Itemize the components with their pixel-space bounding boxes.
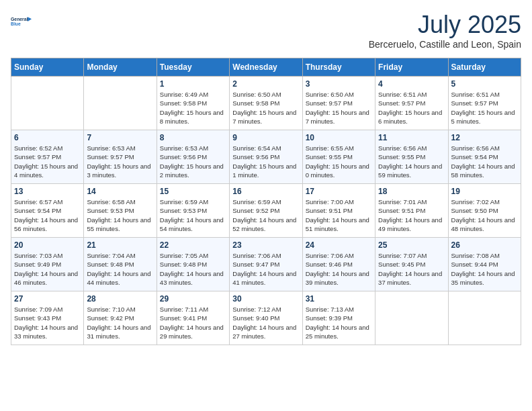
day-number: 14 <box>87 187 153 196</box>
day-cell: 22Sunrise: 7:05 AM Sunset: 9:48 PM Dayli… <box>157 238 229 291</box>
day-number: 16 <box>232 187 299 196</box>
day-info: Sunrise: 6:57 AM Sunset: 9:54 PM Dayligh… <box>14 197 81 233</box>
week-row-5: 27Sunrise: 7:09 AM Sunset: 9:43 PM Dayli… <box>11 291 521 345</box>
day-number: 1 <box>160 79 226 89</box>
day-number: 13 <box>14 187 81 196</box>
day-cell: 26Sunrise: 7:08 AM Sunset: 9:44 PM Dayli… <box>448 238 521 291</box>
day-info: Sunrise: 6:50 AM Sunset: 9:58 PM Dayligh… <box>232 90 299 126</box>
day-cell: 12Sunrise: 6:56 AM Sunset: 9:54 PM Dayli… <box>448 130 521 184</box>
day-info: Sunrise: 6:56 AM Sunset: 9:54 PM Dayligh… <box>451 144 518 179</box>
logo: GeneralBlue <box>11 11 32 32</box>
day-number: 25 <box>378 240 445 250</box>
col-header-tuesday: Tuesday <box>157 58 229 77</box>
day-number: 17 <box>306 187 372 196</box>
day-cell: 31Sunrise: 7:13 AM Sunset: 9:39 PM Dayli… <box>302 291 375 345</box>
day-number: 30 <box>232 294 299 304</box>
day-cell: 7Sunrise: 6:53 AM Sunset: 9:57 PM Daylig… <box>84 130 157 184</box>
day-cell: 19Sunrise: 7:02 AM Sunset: 9:50 PM Dayli… <box>448 184 521 238</box>
day-number: 3 <box>306 79 372 89</box>
day-cell: 14Sunrise: 6:58 AM Sunset: 9:53 PM Dayli… <box>84 184 157 238</box>
logo-icon: GeneralBlue <box>11 11 32 32</box>
day-info: Sunrise: 7:13 AM Sunset: 9:39 PM Dayligh… <box>306 305 372 340</box>
day-cell: 3Sunrise: 6:50 AM Sunset: 9:57 PM Daylig… <box>302 77 375 130</box>
day-cell: 13Sunrise: 6:57 AM Sunset: 9:54 PM Dayli… <box>11 184 84 238</box>
day-cell <box>375 291 448 345</box>
day-info: Sunrise: 7:02 AM Sunset: 9:50 PM Dayligh… <box>451 197 518 233</box>
svg-marker-2 <box>28 17 32 21</box>
day-info: Sunrise: 6:54 AM Sunset: 9:56 PM Dayligh… <box>232 144 299 179</box>
day-cell: 15Sunrise: 6:59 AM Sunset: 9:53 PM Dayli… <box>157 184 229 238</box>
title-section: July 2025 Berceruelo, Castille and Leon,… <box>369 11 521 50</box>
col-header-thursday: Thursday <box>302 58 375 77</box>
day-number: 6 <box>14 133 81 142</box>
day-info: Sunrise: 7:06 AM Sunset: 9:47 PM Dayligh… <box>232 251 299 287</box>
day-info: Sunrise: 7:12 AM Sunset: 9:40 PM Dayligh… <box>232 305 299 340</box>
day-cell: 5Sunrise: 6:51 AM Sunset: 9:57 PM Daylig… <box>448 77 521 130</box>
week-row-4: 20Sunrise: 7:03 AM Sunset: 9:49 PM Dayli… <box>11 238 521 291</box>
day-cell: 10Sunrise: 6:55 AM Sunset: 9:55 PM Dayli… <box>302 130 375 184</box>
page-header: GeneralBlue July 2025 Berceruelo, Castil… <box>11 11 521 50</box>
day-cell: 25Sunrise: 7:07 AM Sunset: 9:45 PM Dayli… <box>375 238 448 291</box>
day-info: Sunrise: 7:07 AM Sunset: 9:45 PM Dayligh… <box>378 251 445 287</box>
day-number: 31 <box>306 294 372 304</box>
calendar-table: SundayMondayTuesdayWednesdayThursdayFrid… <box>11 58 521 345</box>
day-cell: 6Sunrise: 6:52 AM Sunset: 9:57 PM Daylig… <box>11 130 84 184</box>
day-info: Sunrise: 7:01 AM Sunset: 9:51 PM Dayligh… <box>378 197 445 233</box>
week-row-3: 13Sunrise: 6:57 AM Sunset: 9:54 PM Dayli… <box>11 184 521 238</box>
day-cell <box>84 77 157 130</box>
day-cell: 24Sunrise: 7:06 AM Sunset: 9:46 PM Dayli… <box>302 238 375 291</box>
day-number: 4 <box>378 79 445 89</box>
day-number: 12 <box>451 133 518 142</box>
col-header-sunday: Sunday <box>11 58 84 77</box>
week-row-2: 6Sunrise: 6:52 AM Sunset: 9:57 PM Daylig… <box>11 130 521 184</box>
day-number: 28 <box>87 294 153 304</box>
svg-text:Blue: Blue <box>11 21 21 26</box>
day-number: 26 <box>451 240 518 250</box>
day-info: Sunrise: 6:53 AM Sunset: 9:56 PM Dayligh… <box>160 144 226 179</box>
day-info: Sunrise: 7:03 AM Sunset: 9:49 PM Dayligh… <box>14 251 81 287</box>
day-cell: 20Sunrise: 7:03 AM Sunset: 9:49 PM Dayli… <box>11 238 84 291</box>
day-info: Sunrise: 7:09 AM Sunset: 9:43 PM Dayligh… <box>14 305 81 340</box>
day-cell: 29Sunrise: 7:11 AM Sunset: 9:41 PM Dayli… <box>157 291 229 345</box>
day-info: Sunrise: 6:56 AM Sunset: 9:55 PM Dayligh… <box>378 144 445 179</box>
day-cell: 11Sunrise: 6:56 AM Sunset: 9:55 PM Dayli… <box>375 130 448 184</box>
day-number: 2 <box>232 79 299 89</box>
day-number: 8 <box>160 133 226 142</box>
day-info: Sunrise: 7:05 AM Sunset: 9:48 PM Dayligh… <box>160 251 226 287</box>
day-cell: 27Sunrise: 7:09 AM Sunset: 9:43 PM Dayli… <box>11 291 84 345</box>
day-cell: 17Sunrise: 7:00 AM Sunset: 9:51 PM Dayli… <box>302 184 375 238</box>
day-number: 20 <box>14 240 81 250</box>
day-info: Sunrise: 6:49 AM Sunset: 9:58 PM Dayligh… <box>160 90 226 126</box>
col-header-friday: Friday <box>375 58 448 77</box>
day-info: Sunrise: 6:51 AM Sunset: 9:57 PM Dayligh… <box>378 90 445 126</box>
day-cell: 28Sunrise: 7:10 AM Sunset: 9:42 PM Dayli… <box>84 291 157 345</box>
day-number: 5 <box>451 79 518 89</box>
day-number: 15 <box>160 187 226 196</box>
day-cell: 23Sunrise: 7:06 AM Sunset: 9:47 PM Dayli… <box>230 238 302 291</box>
day-number: 7 <box>87 133 153 142</box>
day-cell: 18Sunrise: 7:01 AM Sunset: 9:51 PM Dayli… <box>375 184 448 238</box>
header-row: SundayMondayTuesdayWednesdayThursdayFrid… <box>11 58 521 77</box>
day-cell: 1Sunrise: 6:49 AM Sunset: 9:58 PM Daylig… <box>157 77 229 130</box>
day-info: Sunrise: 6:59 AM Sunset: 9:52 PM Dayligh… <box>232 197 299 233</box>
day-cell: 21Sunrise: 7:04 AM Sunset: 9:48 PM Dayli… <box>84 238 157 291</box>
day-info: Sunrise: 6:59 AM Sunset: 9:53 PM Dayligh… <box>160 197 226 233</box>
day-cell: 30Sunrise: 7:12 AM Sunset: 9:40 PM Dayli… <box>230 291 302 345</box>
day-cell: 4Sunrise: 6:51 AM Sunset: 9:57 PM Daylig… <box>375 77 448 130</box>
day-info: Sunrise: 6:52 AM Sunset: 9:57 PM Dayligh… <box>14 144 81 179</box>
day-info: Sunrise: 6:51 AM Sunset: 9:57 PM Dayligh… <box>451 90 518 126</box>
day-number: 22 <box>160 240 226 250</box>
day-info: Sunrise: 7:08 AM Sunset: 9:44 PM Dayligh… <box>451 251 518 287</box>
day-number: 10 <box>306 133 372 142</box>
day-number: 29 <box>160 294 226 304</box>
week-row-1: 1Sunrise: 6:49 AM Sunset: 9:58 PM Daylig… <box>11 77 521 130</box>
day-info: Sunrise: 7:11 AM Sunset: 9:41 PM Dayligh… <box>160 305 226 340</box>
day-info: Sunrise: 7:04 AM Sunset: 9:48 PM Dayligh… <box>87 251 153 287</box>
day-cell <box>11 77 84 130</box>
day-number: 27 <box>14 294 81 304</box>
day-info: Sunrise: 6:58 AM Sunset: 9:53 PM Dayligh… <box>87 197 153 233</box>
month-title: July 2025 <box>369 11 521 39</box>
day-cell: 8Sunrise: 6:53 AM Sunset: 9:56 PM Daylig… <box>157 130 229 184</box>
day-info: Sunrise: 6:50 AM Sunset: 9:57 PM Dayligh… <box>306 90 372 126</box>
col-header-wednesday: Wednesday <box>230 58 302 77</box>
